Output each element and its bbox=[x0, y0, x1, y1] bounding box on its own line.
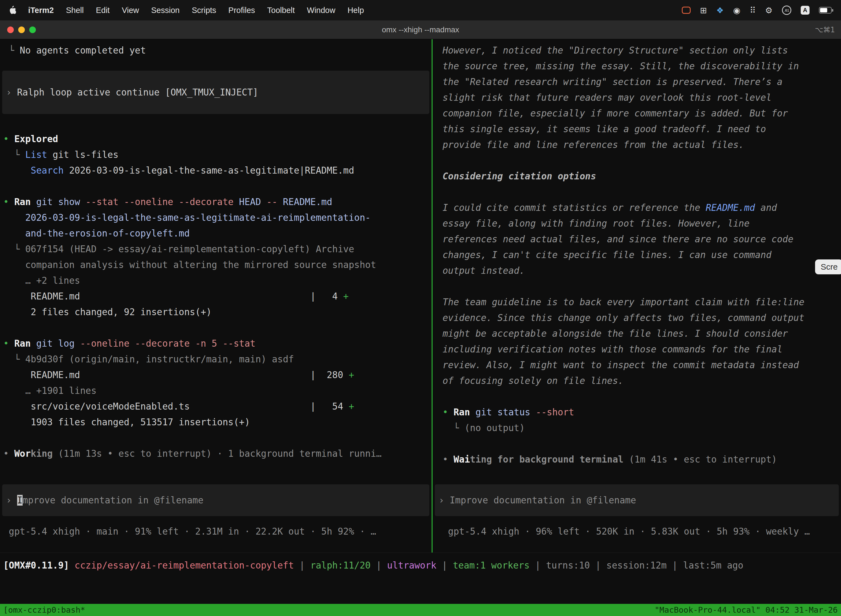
text-segment: 2026-03-09-is-legal-the-same-as-legitima… bbox=[64, 165, 354, 176]
menu-item-iterm2[interactable]: iTerm2 bbox=[22, 6, 60, 15]
left-pane[interactable]: └ No agents completed yet› Ralph loop ac… bbox=[0, 39, 432, 553]
text-segment: review. Also, I might want to inspect th… bbox=[442, 359, 799, 370]
terminal-line: this single essay, it seems like a good … bbox=[433, 121, 841, 137]
model-status-line-right: gpt-5.4 xhigh · 96% left · 520K in · 5.8… bbox=[433, 524, 841, 539]
screen-share-tooltip: Scre bbox=[815, 260, 841, 274]
terminal-line: including verification notes with those … bbox=[433, 342, 841, 357]
screen: iTerm2 Shell Edit View Session Scripts P… bbox=[0, 0, 841, 616]
terminal-line: the "Related research writing" section i… bbox=[433, 74, 841, 90]
terminal-line: and-the-erosion-of-copyleft.md bbox=[0, 226, 432, 241]
text-segment: However, I noticed the "Directory Struct… bbox=[442, 45, 788, 56]
text-segment: | bbox=[371, 560, 387, 571]
window-title-bar[interactable]: omx --xhigh --madmax ⌥⌘1 bbox=[0, 21, 841, 39]
text-segment: └ bbox=[3, 149, 25, 160]
terminal-line: I could cite commit statistics or refere… bbox=[433, 200, 841, 216]
menu-item-session[interactable]: Session bbox=[145, 6, 186, 15]
window-tiling-icon[interactable]: ⊞ bbox=[700, 6, 707, 15]
menu-item-window[interactable]: Window bbox=[301, 6, 341, 15]
spacer bbox=[433, 279, 841, 294]
reasoning-heading: Considering citation options bbox=[433, 168, 841, 184]
close-window-button[interactable] bbox=[7, 26, 14, 33]
spacer bbox=[0, 430, 432, 446]
terminal-line: essay file, along with finding root file… bbox=[433, 216, 841, 231]
battery-fill bbox=[820, 8, 827, 12]
settings-gear-icon[interactable]: ⚙ bbox=[765, 6, 772, 15]
menu-item-help[interactable]: Help bbox=[341, 6, 370, 15]
text-segment: output instead. bbox=[442, 265, 525, 276]
text-segment: The team guideline is to back every impo… bbox=[442, 297, 804, 308]
battery-icon[interactable] bbox=[819, 7, 832, 13]
text-segment: | bbox=[294, 560, 311, 571]
window-shortcut-label: ⌥⌘1 bbox=[815, 26, 841, 34]
working-status-line: • Working (11m 13s • esc to interrupt) ·… bbox=[0, 446, 432, 462]
terminal-line: 2 files changed, 92 insertions(+) bbox=[0, 304, 432, 320]
apple-menu-icon[interactable] bbox=[9, 5, 18, 16]
text-segment: + bbox=[343, 291, 349, 302]
text-segment: gpt-5.4 xhigh · 96% left · 520K in · 5.8… bbox=[442, 526, 810, 537]
terminal-line: README.md | 4 + bbox=[0, 288, 432, 304]
prompt-input-left[interactable]: › Improve documentation in @filename bbox=[2, 484, 429, 516]
tmux-session-label: [omx-cczip0:bash* bbox=[3, 604, 85, 616]
terminal-line: review. Also, I might want to inspect th… bbox=[433, 357, 841, 373]
traffic-lights bbox=[0, 26, 36, 33]
menu-item-shell[interactable]: Shell bbox=[60, 6, 90, 15]
text-segment: --short bbox=[536, 407, 574, 418]
text-segment: last:5m ago bbox=[683, 560, 744, 571]
text-segment: of focusing solely on file lines. bbox=[442, 375, 624, 386]
omx-status-bar: [OMX#0.11.9] cczip/essay/ai-reimplementa… bbox=[0, 557, 841, 573]
text-segment: might be acceptable alongside the file l… bbox=[442, 328, 788, 339]
menu-bar-status-icons: ⊞ ❖ ◉ ⠿ ⚙ .61 A bbox=[682, 6, 834, 15]
terminal-line: The team guideline is to back every impo… bbox=[433, 294, 841, 310]
spacer bbox=[433, 153, 841, 168]
gauge-icon[interactable]: .61 bbox=[782, 6, 791, 15]
input-source-icon[interactable]: A bbox=[801, 6, 810, 15]
right-pane[interactable]: However, I noticed the "Directory Struct… bbox=[433, 39, 841, 553]
terminal-line: src/voice/voiceModeEnabled.ts | 54 + bbox=[0, 399, 432, 414]
text-segment: changes, I can't cite specific file line… bbox=[442, 249, 771, 260]
text-segment: the "Related research writing" section i… bbox=[442, 76, 782, 87]
text-segment: | bbox=[529, 560, 546, 571]
text-segment: companion analysis without altering the … bbox=[3, 260, 376, 270]
window-title: omx --xhigh --madmax bbox=[0, 25, 841, 34]
text-segment bbox=[69, 560, 75, 571]
text-segment: [OMX#0.11.9] bbox=[3, 560, 69, 571]
text-segment: ultrawork bbox=[387, 560, 437, 571]
round-app-icon[interactable]: ◉ bbox=[733, 6, 740, 15]
text-segment: • bbox=[3, 133, 14, 144]
spacer bbox=[0, 114, 432, 131]
text-segment bbox=[31, 338, 36, 349]
menu-item-profiles[interactable]: Profiles bbox=[223, 6, 261, 15]
spacer bbox=[433, 436, 841, 452]
text-segment: README.md | 4 bbox=[3, 291, 343, 302]
text-segment: README.md bbox=[283, 197, 332, 207]
text-segment: • bbox=[442, 454, 454, 465]
tmux-panes: └ No agents completed yet› Ralph loop ac… bbox=[0, 39, 841, 553]
terminal-line: README.md | 280 + bbox=[0, 367, 432, 383]
menu-item-scripts[interactable]: Scripts bbox=[186, 6, 223, 15]
menu-item-view[interactable]: View bbox=[116, 6, 145, 15]
text-segment: companion file, especially if more comme… bbox=[442, 108, 788, 119]
text-segment: Ralph loop active continue [OMX_TMUX_INJ… bbox=[17, 87, 258, 98]
menu-item-edit[interactable]: Edit bbox=[90, 6, 116, 15]
text-cursor: I bbox=[17, 495, 23, 506]
text-segment: | bbox=[437, 560, 453, 571]
zoom-window-button[interactable] bbox=[29, 26, 36, 33]
text-segment: • bbox=[3, 448, 14, 459]
text-segment: (11m 13s • esc to interrupt) · 1 backgro… bbox=[58, 448, 382, 459]
grid-menu-icon[interactable]: ⠿ bbox=[750, 6, 756, 15]
text-segment: … +1901 lines bbox=[3, 385, 97, 396]
menu-bar: iTerm2 Shell Edit View Session Scripts P… bbox=[0, 0, 841, 21]
screen-recording-indicator[interactable] bbox=[682, 7, 691, 14]
menu-item-toolbelt[interactable]: Toolbelt bbox=[261, 6, 301, 15]
prompt-input-right[interactable]: › Improve documentation in @filename bbox=[435, 484, 839, 516]
text-segment: slight risk that future readers may over… bbox=[442, 92, 771, 103]
text-segment: 2 files changed, 92 insertions(+) bbox=[3, 307, 212, 317]
terminal-line: 2026-03-09-is-legal-the-same-as-legitima… bbox=[0, 210, 432, 226]
minimize-window-button[interactable] bbox=[18, 26, 25, 33]
text-segment bbox=[470, 407, 475, 418]
app-status-icon[interactable]: ❖ bbox=[716, 6, 724, 15]
tmux-status-bar: [omx-cczip0:bash* "MacBook-Pro-44.local"… bbox=[0, 604, 841, 616]
text-segment: Wor bbox=[14, 448, 31, 459]
text-segment: ralph:11/20 bbox=[311, 560, 371, 571]
text-segment: No agents completed yet bbox=[20, 45, 146, 56]
